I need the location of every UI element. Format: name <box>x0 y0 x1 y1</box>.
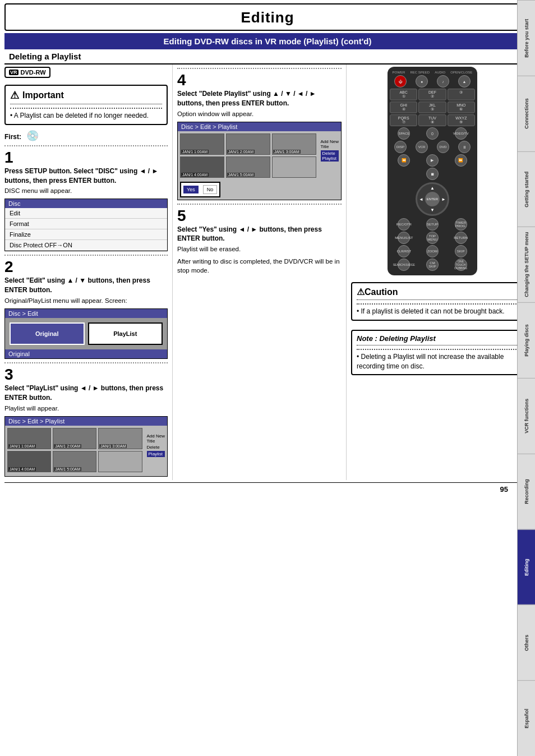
s4-thumb-6 <box>272 156 316 178</box>
thumb-3: JAN/1 3:00AM <box>98 428 142 449</box>
btn-3[interactable]: ③ <box>448 89 475 100</box>
pause-button[interactable]: ⏸ <box>458 141 471 153</box>
skip-button[interactable]: SKIP <box>455 245 467 257</box>
thumb-5-label: JAN/1 5:00AM <box>54 467 81 471</box>
remote-row-1: ⏻ ● ♪ ▲ <box>390 75 475 87</box>
btn-def-2[interactable]: DEF② <box>418 89 446 100</box>
sidebar-tab-editing[interactable]: Editing <box>518 529 535 605</box>
remote-section: POWERREC SPEEDAUDIOOPEN/CLOSE ⏻ ● ♪ ▲ AB… <box>351 64 531 278</box>
orig-label: Original <box>5 349 167 358</box>
s4-thumb-1-label: JAN/1 1:00AM <box>181 150 209 154</box>
sidebar-tab-vcr-functions[interactable]: VCR functions <box>518 378 535 454</box>
remote-bottom-row3: CLR/RST ZOOM SKIP <box>390 245 475 257</box>
thumb-2: JAN/1 2:00AM <box>53 428 96 449</box>
step3-heading: Select "PlayList" using ◄ / ► buttons, t… <box>4 384 168 403</box>
sidebar-tab-playing-discs[interactable]: Playing discs <box>518 302 535 378</box>
thumb-2-label: JAN/1 2:00AM <box>54 444 81 448</box>
menu-list-button[interactable]: MENU/LIST <box>398 232 410 244</box>
sidebar-tab-recording[interactable]: Recording <box>518 454 535 529</box>
open-close-button[interactable]: ▲ <box>458 75 471 87</box>
orig-playlist-screen: Disc > Edit Original PlayList Original <box>4 308 168 359</box>
timer-prog-button[interactable]: TIMER PROG. <box>455 218 467 231</box>
sidebar-tab-getting-started[interactable]: Getting started <box>518 151 535 227</box>
video-tv-button[interactable]: VIDEO/TV <box>455 127 467 140</box>
audio-button[interactable]: ♪ <box>437 75 449 87</box>
play-button[interactable]: ▶ <box>426 154 439 167</box>
note-header: Note : Deleting Playlist <box>357 334 525 345</box>
btn-mno-6[interactable]: MNO⑥ <box>448 102 475 113</box>
step2-separator <box>4 255 168 256</box>
sidebar-tab-connections[interactable]: Connections <box>518 76 535 151</box>
cm-skip-button[interactable]: CM SKIP <box>426 259 439 271</box>
step1-heading: Press SETUP button. Select "DISC" using … <box>4 167 168 186</box>
dialog-yes: Yes <box>183 186 199 193</box>
dvd-button[interactable]: DVD <box>437 141 449 153</box>
remote-extra-row: SPACE 0 VIDEO/TV <box>390 127 475 140</box>
dvd-rw-badge: VR DVD-RW <box>4 67 50 78</box>
step2-heading: Select "Edit" using ▲ / ▼ buttons, then … <box>4 276 168 295</box>
s4-thumb-4-label: JAN/1 4:00AM <box>181 173 209 177</box>
step3-thumb-row1: JAN/1 1:00AM JAN/1 2:00AM JAN/1 3:00AM <box>7 428 142 449</box>
btn-jkl-5[interactable]: JKL⑤ <box>418 102 446 113</box>
enter-button[interactable]: ENTER <box>425 192 440 206</box>
step3-separator <box>4 362 168 363</box>
one-touch-button[interactable]: ONE TOUCH DUBBING <box>455 259 467 271</box>
fast-forward-button[interactable]: ⏩ <box>455 154 467 167</box>
step5-body2: After writing to disc is completed, the … <box>177 257 342 275</box>
playlist-button: PlayList <box>88 322 163 345</box>
step4-body: Option window will appear. <box>177 109 342 118</box>
power-button[interactable]: ⏻ <box>394 75 407 87</box>
step4-number: 4 <box>177 72 342 88</box>
step1-menu-title: Disc <box>5 199 167 208</box>
btn-tuv-8[interactable]: TUV⑧ <box>418 114 446 126</box>
step3-menu-title: Disc > Edit > Playlist <box>5 417 167 426</box>
top-menu-button[interactable]: TOP MENU <box>426 232 439 244</box>
search-judge-button[interactable]: SEARCH/JUDGE <box>398 259 410 271</box>
setup-button[interactable]: SETUP <box>426 218 439 231</box>
remote-play-row: ⏪ ▶ ⏩ <box>390 154 475 167</box>
btn-pqrs-7[interactable]: PQRS⑦ <box>390 114 417 126</box>
stop-button[interactable]: ⏹ <box>426 168 439 180</box>
btn-0[interactable]: 0 <box>426 127 439 140</box>
sidebar-tab-before-you-start[interactable]: Before you start <box>518 0 535 76</box>
dialog-no: No <box>203 185 218 194</box>
important-text: • A Playlist can be deleted if no longer… <box>10 111 162 121</box>
page-number: 95 <box>4 482 531 496</box>
btn-wxyz-9[interactable]: WXYZ⑨ <box>448 114 475 126</box>
step4-thumb-row2: JAN/1 4:00AM JAN/1 5:00AM <box>180 156 316 178</box>
return-button[interactable]: RETURN <box>455 232 467 244</box>
sidebar-tab-espanol[interactable]: Español <box>518 680 535 756</box>
rec-otr-button[interactable]: REC/OTR <box>398 218 410 231</box>
nav-down[interactable]: ▼ <box>430 208 435 213</box>
step3-body: Playlist will appear. <box>4 404 168 413</box>
step2-number: 2 <box>4 259 168 275</box>
step1-separator <box>4 145 168 146</box>
nav-left[interactable]: ◄ <box>419 197 423 202</box>
btn-ghi-4[interactable]: GHI④ <box>390 102 417 113</box>
sidebar-tab-others[interactable]: Others <box>518 605 535 680</box>
main-title: Editing <box>4 3 531 31</box>
remote-top-labels: POWERREC SPEEDAUDIOOPEN/CLOSE <box>390 71 475 74</box>
side-item-2: Delete <box>147 445 165 450</box>
step5-body1: Playlist will be erased. <box>177 245 342 253</box>
sidebar-tab-changing-setup[interactable]: Changing the SETUP menu <box>518 227 535 302</box>
space-button[interactable]: SPACE <box>398 127 410 140</box>
vcr-button[interactable]: VCR <box>416 141 428 153</box>
rewind-button[interactable]: ⏪ <box>398 154 410 167</box>
nav-right[interactable]: ► <box>441 197 446 202</box>
rec-speed-button[interactable]: ● <box>416 75 428 87</box>
clear-reset-button[interactable]: CLR/RST <box>398 245 410 257</box>
caution-text: • If a playlist is deleted it can not be… <box>357 307 525 316</box>
step4-heading: Select "Delete Playlist" using ▲ / ▼ / ◄… <box>177 89 342 108</box>
step4-option-screen: Disc > Edit > Playlist JAN/1 1:00AM JAN/… <box>177 122 342 200</box>
display-button[interactable]: DISP <box>394 141 407 153</box>
nav-up[interactable]: ▲ <box>430 186 435 191</box>
step1-menu-item-4: Disc Protect OFF→ON <box>5 240 167 251</box>
remote-bottom-row1: REC/OTR SETUP TIMER PROG. <box>390 218 475 231</box>
step4-thumb-row1: JAN/1 1:00AM JAN/1 2:00AM JAN/1 3:00AM <box>180 133 316 155</box>
zoom-button[interactable]: ZOOM <box>426 245 439 257</box>
btn-abc-1[interactable]: ABC① <box>390 89 417 100</box>
side-item-3: Playlist <box>147 451 165 457</box>
side-item-1: Add NewTitle <box>147 434 165 444</box>
remote-control: POWERREC SPEEDAUDIOOPEN/CLOSE ⏻ ● ♪ ▲ AB… <box>388 67 477 275</box>
